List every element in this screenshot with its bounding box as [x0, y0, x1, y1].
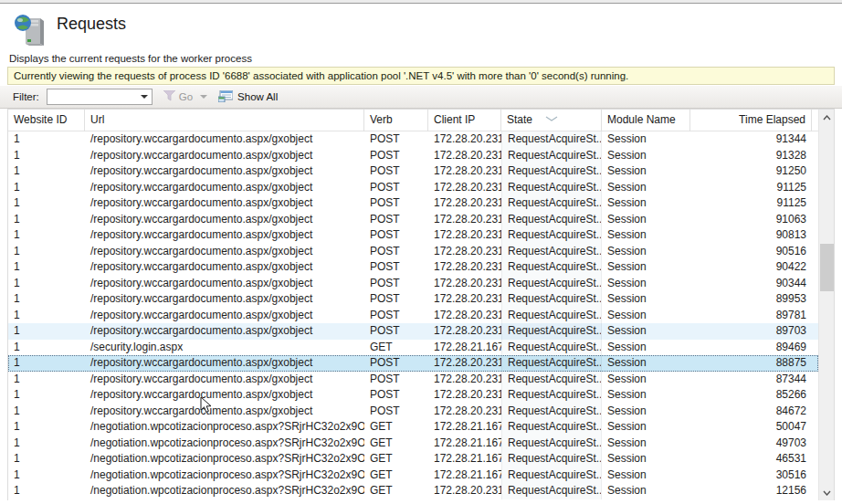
cell-module_name: Session: [602, 163, 690, 180]
table-row[interactable]: 1/repository.wccargardocumento.aspx/gxob…: [8, 180, 818, 196]
page-title: Requests: [57, 15, 126, 34]
table-body: 1/repository.wccargardocumento.aspx/gxob…: [8, 131, 818, 500]
column-header-url[interactable]: Url: [85, 110, 364, 131]
requests-list: Website IDUrlVerbClient IPStateModule Na…: [7, 109, 835, 500]
cell-state: RequestAcquireSt...: [501, 212, 602, 228]
cell-state: RequestAcquireSt...: [501, 404, 602, 420]
cell-module_name: Session: [602, 436, 690, 452]
table-row[interactable]: 1/repository.wccargardocumento.aspx/gxob…: [8, 291, 818, 308]
show-all-button[interactable]: Show All: [237, 91, 278, 102]
scroll-up-button[interactable]: [819, 110, 835, 125]
table-row[interactable]: 1/repository.wccargardocumento.aspx/gxob…: [8, 195, 818, 212]
cell-url: /repository.wccargardocumento.aspx/gxobj…: [85, 148, 364, 164]
cell-time_elapsed: 91125: [690, 180, 812, 196]
cell-time_elapsed: 85266: [690, 387, 812, 404]
column-header-verb[interactable]: Verb: [364, 110, 428, 131]
cell-verb: POST: [364, 244, 428, 260]
column-header-time_elapsed[interactable]: Time Elapsed: [690, 110, 812, 131]
cell-state: RequestAcquireSt...: [501, 323, 602, 340]
cell-verb: POST: [364, 291, 428, 308]
window-divider: [0, 0, 842, 4]
cell-website_id: 1: [8, 195, 85, 212]
cell-verb: GET: [364, 419, 428, 436]
column-header-module_name[interactable]: Module Name: [602, 110, 690, 131]
table-row[interactable]: 1/repository.wccargardocumento.aspx/gxob…: [8, 372, 818, 388]
cell-time_elapsed: 91344: [690, 131, 812, 148]
table-row[interactable]: 1/repository.wccargardocumento.aspx/gxob…: [8, 323, 818, 340]
table-row[interactable]: 1/security.login.aspxGET172.28.21.167Req…: [8, 340, 818, 356]
go-dropdown-icon[interactable]: [200, 95, 207, 99]
cell-state: RequestAcquireSt...: [501, 131, 602, 148]
cell-state: RequestAcquireSt...: [501, 276, 602, 292]
table-row[interactable]: 1/repository.wccargardocumento.aspx/gxob…: [8, 276, 818, 292]
cell-module_name: Session: [602, 340, 690, 356]
table-row[interactable]: 1/negotiation.wpcotizacionproceso.aspx?S…: [8, 483, 818, 499]
cell-client_ip: 172.28.21.167: [428, 419, 501, 436]
scrollbar-thumb[interactable]: [820, 244, 834, 291]
column-header-client_ip[interactable]: Client IP: [428, 110, 501, 131]
cell-time_elapsed: 89781: [690, 308, 812, 324]
cell-client_ip: 172.28.20.231: [428, 308, 501, 324]
cell-url: /security.login.aspx: [85, 340, 364, 356]
cell-verb: GET: [364, 436, 428, 452]
table-row[interactable]: 1/repository.wccargardocumento.aspx/gxob…: [8, 163, 818, 180]
cell-module_name: Session: [602, 276, 690, 292]
cell-url: /repository.wccargardocumento.aspx/gxobj…: [85, 308, 364, 324]
table-row[interactable]: 1/repository.wccargardocumento.aspx/gxob…: [8, 244, 818, 260]
cell-state: RequestAcquireSt...: [501, 148, 602, 164]
table-row[interactable]: 1/repository.wccargardocumento.aspx/gxob…: [8, 404, 818, 420]
cell-website_id: 1: [8, 276, 85, 292]
cell-state: RequestAcquireSt...: [501, 355, 602, 372]
cell-state: RequestAcquireSt...: [501, 308, 602, 324]
cell-verb: POST: [364, 404, 428, 420]
cell-state: RequestAcquireSt...: [501, 451, 602, 467]
table-row[interactable]: 1/repository.wccargardocumento.aspx/gxob…: [8, 131, 818, 148]
cell-url: /repository.wccargardocumento.aspx/gxobj…: [85, 163, 364, 180]
cell-url: /negotiation.wpcotizacionproceso.aspx?SR…: [85, 451, 364, 467]
cell-url: /negotiation.wpcotizacionproceso.aspx?SR…: [85, 436, 364, 452]
cell-state: RequestAcquireSt...: [501, 180, 602, 196]
table-row[interactable]: 1/repository.wccargardocumento.aspx/gxob…: [8, 212, 818, 228]
cell-verb: POST: [364, 212, 428, 228]
table-row[interactable]: 1/negotiation.wpcotizacionproceso.aspx?S…: [8, 419, 818, 436]
cell-time_elapsed: 91250: [690, 163, 812, 180]
table-row[interactable]: 1/repository.wccargardocumento.aspx/gxob…: [8, 227, 818, 244]
cell-client_ip: 172.28.20.231: [428, 276, 501, 292]
column-header-website_id[interactable]: Website ID: [8, 110, 85, 131]
cell-verb: POST: [364, 372, 428, 388]
cell-website_id: 1: [8, 244, 85, 260]
cell-verb: GET: [364, 467, 428, 484]
cell-website_id: 1: [8, 227, 85, 244]
cell-client_ip: 172.28.20.231: [428, 148, 501, 164]
cell-client_ip: 172.28.20.231: [428, 372, 501, 388]
table-row[interactable]: 1/repository.wccargardocumento.aspx/gxob…: [8, 387, 818, 404]
cell-client_ip: 172.28.20.231: [428, 244, 501, 260]
table-row[interactable]: 1/repository.wccargardocumento.aspx/gxob…: [8, 259, 818, 276]
vertical-scrollbar[interactable]: [818, 110, 834, 500]
table-row[interactable]: 1/negotiation.wpcotizacionproceso.aspx?S…: [8, 436, 818, 452]
cell-client_ip: 172.28.20.231: [428, 259, 501, 276]
cell-client_ip: 172.28.20.231: [428, 212, 501, 228]
cell-module_name: Session: [602, 355, 690, 372]
cell-verb: POST: [364, 195, 428, 212]
chevron-down-icon[interactable]: [141, 95, 148, 99]
go-button[interactable]: Go: [179, 91, 193, 102]
filter-input[interactable]: [47, 89, 153, 105]
column-header-state[interactable]: State: [501, 110, 602, 131]
table-row[interactable]: 1/negotiation.wpcotizacionproceso.aspx?S…: [8, 467, 818, 484]
cell-state: RequestAcquireSt...: [501, 163, 602, 180]
cell-state: RequestAcquireSt...: [501, 259, 602, 276]
cell-verb: GET: [364, 340, 428, 356]
server-globe-icon: [13, 13, 47, 47]
scroll-down-button[interactable]: [819, 485, 835, 500]
cell-client_ip: 172.28.20.231: [428, 180, 501, 196]
cell-state: RequestAcquireSt...: [501, 372, 602, 388]
table-row[interactable]: 1/repository.wccargardocumento.aspx/gxob…: [8, 308, 818, 324]
cell-client_ip: 172.28.20.231: [428, 387, 501, 404]
cell-client_ip: 172.28.21.167: [428, 451, 501, 467]
table-row[interactable]: 1/repository.wccargardocumento.aspx/gxob…: [8, 355, 818, 372]
table-row[interactable]: 1/repository.wccargardocumento.aspx/gxob…: [8, 148, 818, 164]
table-row[interactable]: 1/negotiation.wpcotizacionproceso.aspx?S…: [8, 451, 818, 467]
cell-state: RequestAcquireSt...: [501, 195, 602, 212]
cell-verb: GET: [364, 451, 428, 467]
